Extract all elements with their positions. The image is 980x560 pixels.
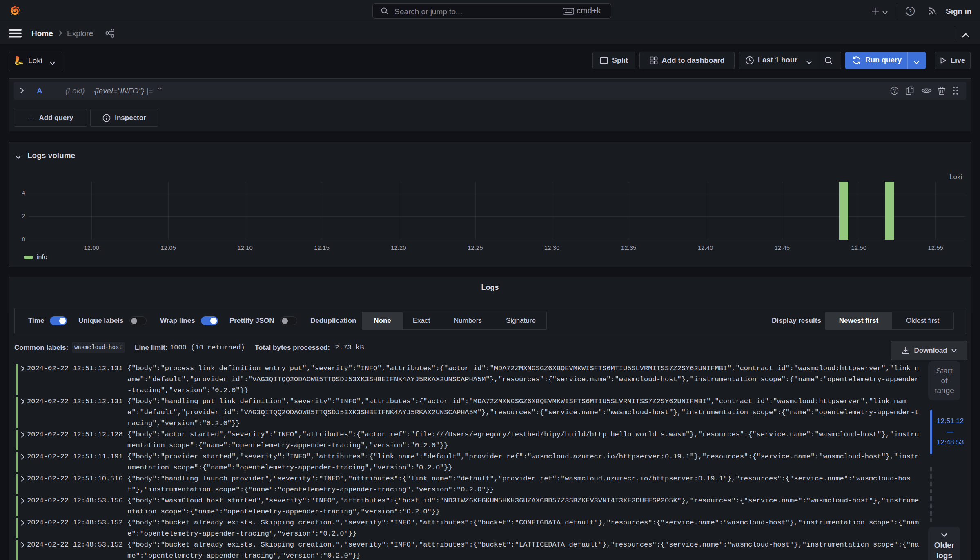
svg-text:?: ? <box>909 8 912 14</box>
svg-text:?: ? <box>893 88 896 94</box>
